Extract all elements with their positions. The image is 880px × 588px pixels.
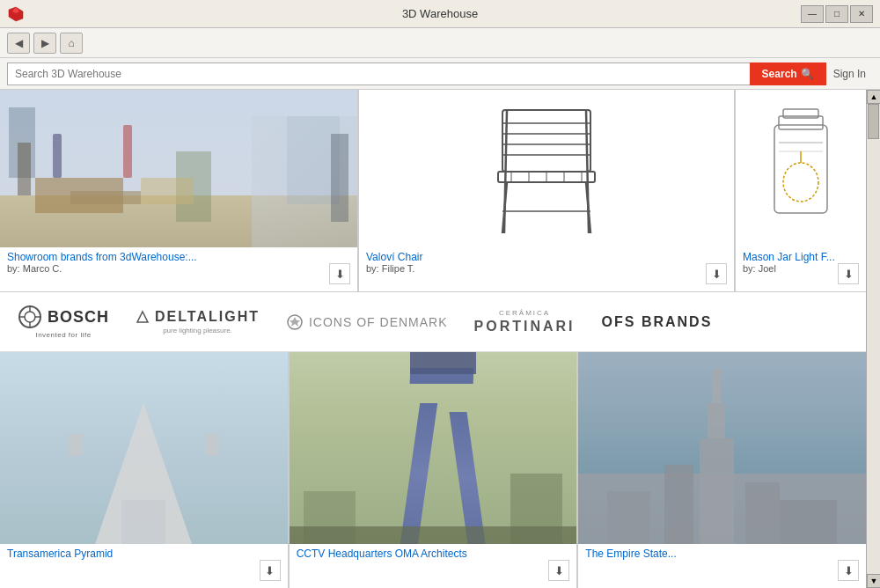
- app-icon: [7, 5, 25, 23]
- chair-svg: [485, 97, 608, 242]
- search-icon: 🔍: [801, 68, 814, 80]
- svg-marker-33: [290, 317, 300, 327]
- portinari-name: PORTINARI: [474, 319, 576, 334]
- empire-main-bldg: [700, 438, 734, 544]
- portinari-sub: CERÂMICA: [499, 309, 550, 317]
- top-models-row: Showroom brands from 3dWarehouse:... by:…: [0, 90, 866, 292]
- chair-download-button[interactable]: ⬇: [706, 263, 727, 284]
- decor1: [18, 143, 31, 195]
- svg-rect-18: [774, 125, 827, 213]
- window-title: 3D Warehouse: [402, 7, 478, 20]
- brands-row: BOSCH Invented for life DELTALIGHT pure …: [0, 292, 866, 352]
- showroom-info: Showroom brands from 3dWarehouse:... by:…: [0, 247, 357, 291]
- showroom-download-button[interactable]: ⬇: [329, 263, 350, 284]
- sign-in-link[interactable]: Sign In: [826, 68, 873, 80]
- empire-download-button[interactable]: ⬇: [838, 560, 859, 581]
- chair-image: [359, 90, 734, 248]
- title-bar: 3D Warehouse — □ ✕: [0, 0, 880, 28]
- bosch-tagline: Invented for life: [35, 331, 91, 339]
- search-input[interactable]: [7, 62, 750, 85]
- content-area: Showroom brands from 3dWarehouse:... by:…: [0, 90, 880, 588]
- scroll-up-button[interactable]: ▲: [867, 90, 880, 104]
- svg-line-15: [504, 110, 507, 233]
- bldg2: [664, 465, 693, 544]
- model-card-cctv[interactable]: CCTV Headquarters OMA Architects ⬇: [290, 352, 578, 588]
- search-button-label: Search: [762, 68, 797, 80]
- cctv-title[interactable]: CCTV Headquarters OMA Architects: [297, 548, 570, 560]
- brand-bosch[interactable]: BOSCH Invented for life: [18, 305, 109, 339]
- icons-denmark-name: ICONS OF DENMARK: [309, 315, 448, 329]
- maximize-button[interactable]: □: [825, 5, 848, 23]
- cctv-download-button[interactable]: ⬇: [548, 560, 569, 581]
- close-button[interactable]: ✕: [850, 5, 873, 23]
- mason-jar-svg: [761, 99, 840, 248]
- svg-point-23: [783, 163, 818, 202]
- showroom-author: by: Marco C.: [7, 263, 350, 274]
- mason-info: Mason Jar Light F... by: Joel ⬇: [736, 247, 866, 291]
- ofs-name: OFS BRANDS: [602, 314, 713, 330]
- empire-image: [578, 352, 866, 544]
- transamerica-info: Transamerica Pyramid ⬇: [0, 544, 288, 588]
- brand-portinari[interactable]: CERÂMICA PORTINARI: [474, 309, 576, 334]
- scrollbar: ▲ ▼: [866, 90, 880, 588]
- deltalight-icon: [136, 310, 150, 324]
- bldg1: [607, 491, 650, 544]
- model-card-transamerica[interactable]: Transamerica Pyramid ⬇: [0, 352, 289, 588]
- search-button[interactable]: Search 🔍: [750, 62, 826, 85]
- cctv-tower-right: [449, 412, 485, 544]
- chair-title[interactable]: Valoví Chair: [366, 251, 727, 263]
- bldg3: [780, 500, 837, 544]
- chair-info: Valoví Chair by: Filipe T. ⬇: [359, 247, 734, 291]
- svg-rect-2: [502, 110, 590, 172]
- deltalight-name: DELTALIGHT: [155, 309, 260, 325]
- mason-image: [736, 90, 866, 248]
- cctv-info: CCTV Headquarters OMA Architects ⬇: [290, 544, 577, 588]
- pyramid-wing-left: [69, 434, 82, 456]
- empire-mid: [708, 403, 725, 438]
- cctv-ground: [290, 526, 577, 544]
- icons-denmark-icon: [286, 313, 304, 331]
- scroll-track[interactable]: [867, 104, 880, 574]
- person2: [123, 125, 132, 178]
- chair-author: by: Filipe T.: [366, 263, 727, 274]
- back-button[interactable]: ◀: [7, 33, 30, 54]
- brand-ofs[interactable]: OFS BRANDS: [602, 314, 713, 330]
- showroom-image: [0, 90, 357, 248]
- title-left: [7, 5, 25, 23]
- svg-point-26: [25, 312, 35, 322]
- deltalight-icon-row: DELTALIGHT: [136, 309, 260, 325]
- window-controls: — □ ✕: [801, 5, 873, 23]
- desk: [70, 191, 141, 204]
- bottom-models-row: Transamerica Pyramid ⬇: [0, 352, 866, 588]
- cctv-tower-left: [400, 403, 437, 544]
- model-card-empire[interactable]: The Empire State... ⬇: [578, 352, 866, 588]
- home-button[interactable]: ⌂: [60, 33, 83, 54]
- brand-deltalight[interactable]: DELTALIGHT pure lighting pleasure.: [136, 309, 260, 334]
- transamerica-image: [0, 352, 288, 544]
- person3: [331, 134, 348, 222]
- minimize-button[interactable]: —: [801, 5, 824, 23]
- transamerica-title[interactable]: Transamerica Pyramid: [7, 548, 281, 560]
- svg-line-16: [586, 110, 589, 233]
- sofa: [141, 178, 194, 204]
- model-card-mason[interactable]: Mason Jar Light F... by: Joel ⬇: [736, 90, 866, 291]
- forward-button[interactable]: ▶: [33, 33, 56, 54]
- showroom-title[interactable]: Showroom brands from 3dWarehouse:...: [7, 251, 350, 263]
- mason-title[interactable]: Mason Jar Light F...: [743, 251, 859, 263]
- search-bar: Search 🔍 Sign In: [0, 58, 880, 90]
- bosch-circle-icon: [18, 305, 42, 329]
- transamerica-download-button[interactable]: ⬇: [260, 560, 281, 581]
- bosch-icon-row: BOSCH: [18, 305, 109, 329]
- mason-download-button[interactable]: ⬇: [838, 263, 859, 284]
- model-card-showroom[interactable]: Showroom brands from 3dWarehouse:... by:…: [0, 90, 358, 291]
- scroll-thumb[interactable]: [868, 104, 879, 139]
- pyramid-wing-right: [205, 434, 218, 456]
- person1: [53, 134, 62, 178]
- bldg4: [745, 482, 780, 544]
- empire-title[interactable]: The Empire State...: [585, 548, 859, 560]
- brand-icons-denmark[interactable]: ICONS OF DENMARK: [286, 313, 448, 331]
- empire-spire: [712, 368, 721, 403]
- model-card-chair[interactable]: Valoví Chair by: Filipe T. ⬇: [359, 90, 735, 291]
- scroll-down-button[interactable]: ▼: [867, 574, 880, 588]
- bosch-name: BOSCH: [48, 308, 109, 327]
